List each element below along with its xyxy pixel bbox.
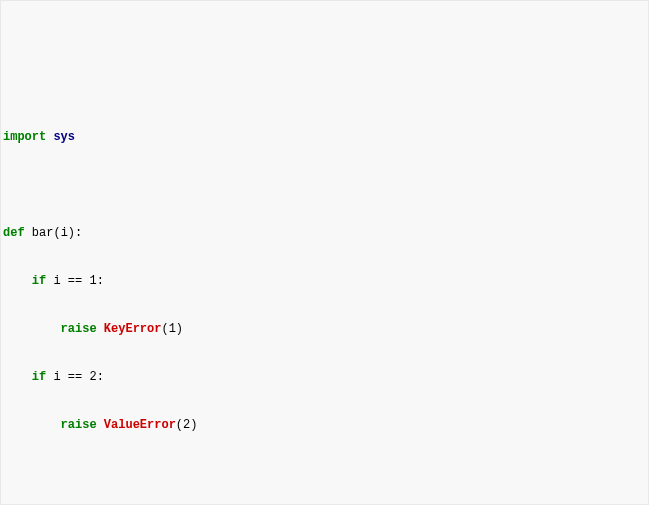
code-line: import sys [3, 125, 646, 149]
kw-raise: raise [61, 322, 97, 336]
kw-raise: raise [61, 418, 97, 432]
module-sys: sys [53, 130, 75, 144]
code-block: import sys def bar(i): if i == 1: raise … [3, 101, 646, 505]
type-keyerror: KeyError [104, 322, 162, 336]
code-line: if i == 2: [3, 365, 646, 389]
code-blank-line [3, 461, 646, 485]
code-line: raise ValueError(2) [3, 413, 646, 437]
type-valueerror: ValueError [104, 418, 176, 432]
literal-1: 1 [89, 274, 96, 288]
code-line: raise KeyError(1) [3, 317, 646, 341]
kw-import: import [3, 130, 46, 144]
kw-def: def [3, 226, 25, 240]
code-line: if i == 1: [3, 269, 646, 293]
code-blank-line [3, 173, 646, 197]
kw-if: if [32, 370, 46, 384]
fn-bar: bar [32, 226, 54, 240]
code-line: def bar(i): [3, 221, 646, 245]
kw-if: if [32, 274, 46, 288]
param-i: i [61, 226, 68, 240]
literal-2: 2 [89, 370, 96, 384]
